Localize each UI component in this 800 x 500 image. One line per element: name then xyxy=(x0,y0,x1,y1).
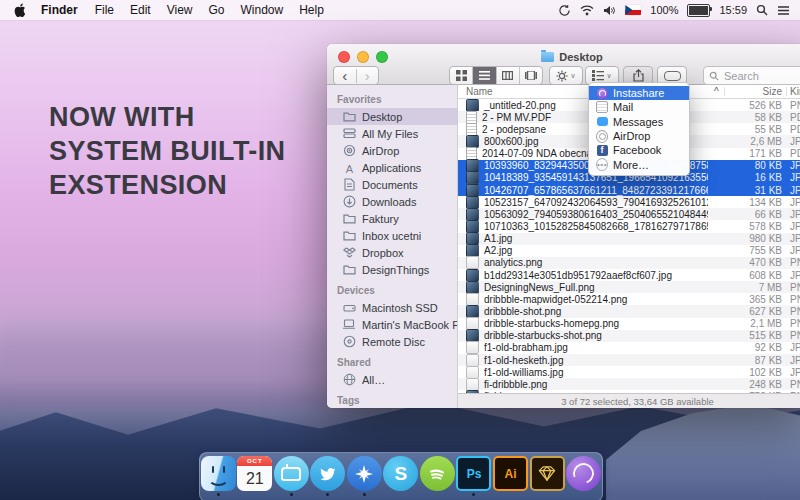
sidebar-item-all-my-files[interactable]: All My Files xyxy=(327,125,457,142)
menu-item-window[interactable]: Window xyxy=(233,3,292,17)
file-row[interactable]: fishies.png750 KBPNG image xyxy=(458,390,800,393)
sidebar-item-martin-s-macbook-p-[interactable]: Martin's MacBook P… xyxy=(327,316,457,333)
file-row[interactable]: dribbble-mapwidget-052214.png365 KBPNG i… xyxy=(458,293,800,305)
apple-menu-icon[interactable] xyxy=(10,3,32,17)
dock-illustrator-icon[interactable]: Ai xyxy=(493,456,529,496)
back-button[interactable]: ‹ xyxy=(334,69,357,83)
title-bar[interactable]: Desktop xyxy=(327,44,800,66)
file-kind: PNG image xyxy=(790,318,800,329)
clock[interactable]: 15:59 xyxy=(719,4,747,16)
file-kind: PDF xyxy=(790,148,800,159)
sidebar-item-faktury[interactable]: Faktury xyxy=(327,210,457,227)
file-row[interactable]: dribble-starbucks-homepg.png2,1 MBPNG im… xyxy=(458,318,800,330)
dock-photoshop-icon[interactable]: Ps xyxy=(456,456,492,496)
file-size: 102 KB xyxy=(710,367,782,378)
file-row[interactable]: fi-dribbble.png248 KBPNG image xyxy=(458,378,800,390)
share-menu-item-facebook[interactable]: fFacebook xyxy=(589,143,689,157)
file-row[interactable]: f1-old-williams.jpg102 KBJPEG image xyxy=(458,366,800,378)
share-menu-item-mail[interactable]: Mail xyxy=(589,100,689,114)
sidebar-item-all-[interactable]: All… xyxy=(327,371,457,388)
wifi-icon[interactable] xyxy=(580,5,594,16)
stack-icon xyxy=(342,127,356,141)
sidebar-item-label: Remote Disc xyxy=(362,336,425,348)
sidebar-item-downloads[interactable]: Downloads xyxy=(327,193,457,210)
file-row[interactable]: A2.jpg755 KBJPEG image xyxy=(458,245,800,257)
dock-compass-icon[interactable] xyxy=(346,456,382,496)
coverflow-view-button[interactable] xyxy=(520,67,542,84)
search-field[interactable] xyxy=(703,66,800,85)
file-row[interactable]: A1.jpg980 KBJPEG image xyxy=(458,233,800,245)
sidebar-item-applications[interactable]: AApplications xyxy=(327,159,457,176)
file-row[interactable]: 10563092_794059380616403_250406552104844… xyxy=(458,208,800,220)
menu-item-file[interactable]: File xyxy=(87,3,122,17)
notification-center-icon[interactable] xyxy=(777,5,790,16)
dock-mailbox-icon[interactable] xyxy=(273,456,309,496)
search-input[interactable] xyxy=(722,69,796,83)
share-menu-item-instashare[interactable]: Instashare xyxy=(589,86,689,100)
file-thumbnail-icon xyxy=(466,196,479,209)
zoom-button[interactable] xyxy=(376,51,388,63)
sidebar-item-remote-disc[interactable]: Remote Disc xyxy=(327,333,457,350)
menu-item-go[interactable]: Go xyxy=(201,3,233,17)
file-kind: PNG image xyxy=(790,257,800,268)
icon-view-button[interactable] xyxy=(450,67,473,84)
file-row[interactable]: DesigningNews_Full.png7 MBPNG image xyxy=(458,281,800,293)
forward-button[interactable]: › xyxy=(357,69,379,83)
dock-spotify-icon[interactable] xyxy=(419,456,455,496)
menu-item-help[interactable]: Help xyxy=(291,3,332,17)
dock-twitter-icon[interactable] xyxy=(310,456,346,496)
file-kind: JPEG image xyxy=(790,209,800,220)
menu-item-finder[interactable]: Finder xyxy=(32,3,87,17)
file-size: 171 KB xyxy=(710,148,782,159)
file-row[interactable]: b1dd29314e3051db951792aaef8cf607.jpg608 … xyxy=(458,269,800,281)
dock-skype-icon[interactable]: S xyxy=(383,456,419,496)
share-menu-item-messages[interactable]: Messages xyxy=(589,115,689,129)
headline-line-1: NOW WITH xyxy=(49,100,286,134)
czech-flag-icon[interactable] xyxy=(625,5,641,15)
share-item-label: Facebook xyxy=(613,144,661,156)
file-row[interactable]: 10426707_657865637661211_848272339121766… xyxy=(458,184,800,196)
file-size: 134 KB xyxy=(710,197,782,208)
file-size: 2,1 MB xyxy=(710,318,782,329)
sidebar-item-macintosh-ssd[interactable]: Macintosh SSD xyxy=(327,299,457,316)
file-size: 526 KB xyxy=(710,100,782,111)
spotlight-icon[interactable] xyxy=(756,4,768,16)
sidebar-item-inbox-ucetni[interactable]: Inbox ucetni xyxy=(327,227,457,244)
column-view-button[interactable] xyxy=(497,67,520,84)
column-header-size[interactable]: Size xyxy=(710,86,782,97)
sidebar-item-desktop[interactable]: Desktop xyxy=(327,108,457,125)
dock-calendar-icon[interactable]: OCT21 xyxy=(237,456,273,496)
menu-item-edit[interactable]: Edit xyxy=(122,3,159,17)
sidebar-item-dropbox[interactable]: Dropbox xyxy=(327,244,457,261)
file-row[interactable]: dribble-starbucks-shot.png515 KBPNG imag… xyxy=(458,330,800,342)
sidebar-item-airdrop[interactable]: AirDrop xyxy=(327,142,457,159)
file-row[interactable]: f1-old-brabham.jpg92 KBJPEG image xyxy=(458,342,800,354)
dock-instashare-icon[interactable] xyxy=(566,456,602,496)
sidebar-section-favorites: Favorites xyxy=(327,87,457,108)
volume-icon[interactable] xyxy=(603,5,616,16)
list-view-button[interactable] xyxy=(473,67,496,84)
close-button[interactable] xyxy=(338,51,350,63)
file-size: 755 KB xyxy=(710,245,782,256)
column-header-kind[interactable]: Kind xyxy=(790,86,800,97)
file-row[interactable]: 10710363_10152825845082668_1781627971786… xyxy=(458,220,800,232)
time-machine-icon[interactable] xyxy=(558,4,571,17)
file-row[interactable]: analytics.png470 KBPNG image xyxy=(458,257,800,269)
sidebar-item-documents[interactable]: Documents xyxy=(327,176,457,193)
file-kind: PDF xyxy=(790,112,800,123)
menu-item-view[interactable]: View xyxy=(159,3,201,17)
file-row[interactable]: f1-old-hesketh.jpg87 KBJPEG image xyxy=(458,354,800,366)
sidebar-item-designthings[interactable]: DesignThings xyxy=(327,261,457,278)
file-thumbnail-icon xyxy=(466,378,479,391)
minimize-button[interactable] xyxy=(357,51,369,63)
share-menu-item-airdrop[interactable]: AirDrop xyxy=(589,129,689,143)
action-menu-button[interactable]: ∨ xyxy=(549,66,583,85)
status-text: 3 of 72 selected, 33,64 GB available xyxy=(561,396,714,407)
share-menu-item-more-[interactable]: •••More… xyxy=(589,157,689,171)
dock-finder-icon[interactable] xyxy=(200,456,236,496)
file-row[interactable]: dribbble-shot.png627 KBPNG image xyxy=(458,305,800,317)
dock-sketch-icon[interactable] xyxy=(529,456,565,496)
battery-icon[interactable] xyxy=(687,4,710,17)
column-header-name[interactable]: Name xyxy=(466,86,493,97)
file-row[interactable]: 10523157_647092432064593_790416932526101… xyxy=(458,196,800,208)
